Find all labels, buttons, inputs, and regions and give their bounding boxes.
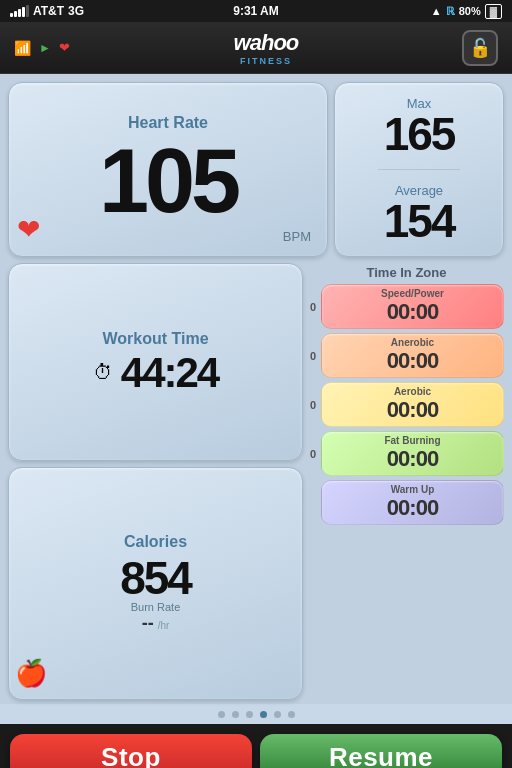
battery-icon: ▓ bbox=[485, 4, 502, 19]
zone-time-1: 00:00 bbox=[387, 348, 438, 374]
right-col: Time In Zone 0 Speed/Power 00:00 0 Anero… bbox=[309, 263, 504, 700]
carrier-label: AT&T bbox=[33, 4, 64, 18]
max-value: 165 bbox=[384, 111, 455, 157]
lock-button[interactable]: 🔓 bbox=[462, 30, 498, 66]
burn-unit: /hr bbox=[158, 620, 170, 631]
app-header: 📶 ► ❤ wahoo FITNESS 🔓 bbox=[0, 22, 512, 74]
network-label: 3G bbox=[68, 4, 84, 18]
apple-icon: 🍎 bbox=[15, 658, 47, 689]
top-row: Heart Rate 105 ❤ BPM Max 165 Average 154 bbox=[8, 82, 504, 257]
zone-name-3: Fat Burning bbox=[384, 435, 440, 446]
dot-5 bbox=[288, 711, 295, 718]
zone-fat-burning: Fat Burning 00:00 bbox=[321, 431, 504, 476]
workout-card: Workout Time ⏱ 44:24 bbox=[8, 263, 303, 461]
calories-value: 854 bbox=[120, 555, 191, 601]
header-left: 📶 ► ❤ bbox=[14, 40, 70, 56]
zone-num-0: 0 bbox=[309, 301, 317, 313]
zone-row-2: 0 Aerobic 00:00 bbox=[309, 382, 504, 427]
heart-rate-card: Heart Rate 105 ❤ BPM bbox=[8, 82, 328, 257]
dot-1 bbox=[232, 711, 239, 718]
status-left: AT&T 3G bbox=[10, 4, 84, 18]
zone-time-3: 00:00 bbox=[387, 446, 438, 472]
zone-anerobic: Anerobic 00:00 bbox=[321, 333, 504, 378]
zone-row-0: 0 Speed/Power 00:00 bbox=[309, 284, 504, 329]
heart-rate-title: Heart Rate bbox=[128, 114, 208, 132]
zone-name-1: Anerobic bbox=[391, 337, 434, 348]
dot-2 bbox=[246, 711, 253, 718]
status-bar: AT&T 3G 9:31 AM ▲ ℝ 80% ▓ bbox=[0, 0, 512, 22]
header-center: wahoo FITNESS bbox=[234, 30, 299, 66]
stats-card: Max 165 Average 154 bbox=[334, 82, 504, 257]
bottom-buttons: Stop Resume bbox=[0, 724, 512, 768]
zone-row-4: Warm Up 00:00 bbox=[309, 480, 504, 525]
zone-time-4: 00:00 bbox=[387, 495, 438, 521]
zone-name-2: Aerobic bbox=[394, 386, 431, 397]
tiz-title: Time In Zone bbox=[309, 263, 504, 284]
zone-name-4: Warm Up bbox=[391, 484, 435, 495]
burn-rate-section: Burn Rate -- /hr bbox=[131, 601, 181, 634]
bottom-row: Workout Time ⏱ 44:24 Calories 854 Burn R… bbox=[8, 263, 504, 700]
header-right[interactable]: 🔓 bbox=[462, 30, 498, 66]
status-time: 9:31 AM bbox=[233, 4, 279, 18]
dot-0 bbox=[218, 711, 225, 718]
max-section: Max 165 bbox=[378, 83, 461, 170]
avg-section: Average 154 bbox=[378, 170, 461, 256]
zone-aerobic: Aerobic 00:00 bbox=[321, 382, 504, 427]
avg-value: 154 bbox=[384, 198, 455, 244]
zone-speed-power: Speed/Power 00:00 bbox=[321, 284, 504, 329]
location-icon: ▲ bbox=[431, 5, 442, 17]
heart-beat-icon: ❤ bbox=[17, 213, 40, 246]
left-col: Workout Time ⏱ 44:24 Calories 854 Burn R… bbox=[8, 263, 303, 700]
zone-warm-up: Warm Up 00:00 bbox=[321, 480, 504, 525]
lock-icon: 🔓 bbox=[469, 37, 491, 59]
app-sub-label: FITNESS bbox=[240, 56, 292, 66]
page-dots bbox=[0, 704, 512, 724]
zone-row-3: 0 Fat Burning 00:00 bbox=[309, 431, 504, 476]
calories-title: Calories bbox=[124, 533, 187, 551]
wifi-icon: 📶 bbox=[14, 40, 31, 56]
workout-title: Workout Time bbox=[102, 330, 208, 348]
burn-label: Burn Rate bbox=[131, 601, 181, 613]
stop-button[interactable]: Stop bbox=[10, 734, 252, 768]
zone-num-3: 0 bbox=[309, 448, 317, 460]
calories-card: Calories 854 Burn Rate -- /hr 🍎 bbox=[8, 467, 303, 700]
header-heart-icon: ❤ bbox=[59, 40, 70, 55]
zone-name-0: Speed/Power bbox=[381, 288, 444, 299]
bluetooth-icon: ℝ bbox=[446, 5, 455, 18]
dot-3-active bbox=[260, 711, 267, 718]
zone-row-1: 0 Anerobic 00:00 bbox=[309, 333, 504, 378]
status-right: ▲ ℝ 80% ▓ bbox=[431, 4, 502, 19]
battery-label: 80% bbox=[459, 5, 481, 17]
workout-value: 44:24 bbox=[121, 352, 218, 394]
signal-bars bbox=[10, 5, 29, 17]
burn-value: -- bbox=[142, 613, 154, 634]
stopwatch-icon: ⏱ bbox=[93, 361, 113, 384]
zone-time-0: 00:00 bbox=[387, 299, 438, 325]
zone-time-2: 00:00 bbox=[387, 397, 438, 423]
app-logo: wahoo bbox=[234, 30, 299, 56]
main-content: Heart Rate 105 ❤ BPM Max 165 Average 154… bbox=[0, 74, 512, 704]
gps-icon: ► bbox=[39, 41, 51, 55]
zone-num-2: 0 bbox=[309, 399, 317, 411]
heart-rate-unit: BPM bbox=[283, 229, 311, 244]
dot-4 bbox=[274, 711, 281, 718]
zones-container: 0 Speed/Power 00:00 0 Anerobic 00:00 0 bbox=[309, 284, 504, 700]
heart-rate-value: 105 bbox=[99, 136, 237, 226]
zone-num-1: 0 bbox=[309, 350, 317, 362]
resume-button[interactable]: Resume bbox=[260, 734, 502, 768]
